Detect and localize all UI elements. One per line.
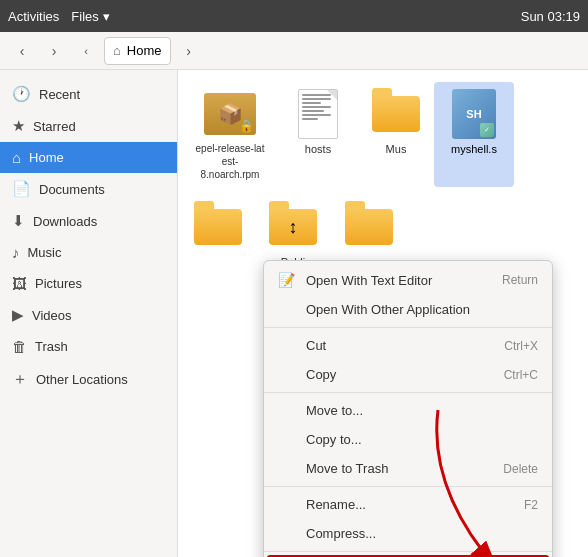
file-icon-partial-r2 (343, 201, 395, 253)
sidebar-label-recent: Recent (39, 87, 80, 102)
sidebar-label-trash: Trash (35, 339, 68, 354)
trash-icon: 🗑 (12, 338, 27, 355)
file-icon-myshell: SH ✓ (448, 88, 500, 140)
file-label-hosts: hosts (305, 142, 331, 156)
home-icon: ⌂ (113, 43, 121, 58)
breadcrumb[interactable]: ⌂ Home (104, 37, 171, 65)
ctx-move-to-trash-shortcut: Delete (503, 462, 538, 476)
ctx-open-other-label: Open With Other Application (306, 302, 530, 317)
file-area: 📦 🔒 epel-release-latest-8.noarch.rpm (178, 70, 588, 557)
sidebar-label-starred: Starred (33, 119, 76, 134)
sidebar-item-pictures[interactable]: 🖼 Pictures (0, 268, 177, 299)
sidebar-label-downloads: Downloads (33, 214, 97, 229)
file-label-epel: epel-release-latest-8.noarch.rpm (194, 142, 266, 181)
sidebar-item-downloads[interactable]: ⬇ Downloads (0, 205, 177, 237)
files-arrow: ▾ (103, 9, 110, 24)
file-label-myshell: myshell.s (451, 142, 497, 156)
sidebar-item-trash[interactable]: 🗑 Trash (0, 331, 177, 362)
sidebar: 🕐 Recent ★ Starred ⌂ Home 📄 Documents ⬇ … (0, 70, 178, 557)
home-sidebar-icon: ⌂ (12, 149, 21, 166)
ctx-cut-label: Cut (306, 338, 496, 353)
context-menu: 📝 Open With Text Editor Return Open With… (263, 260, 553, 557)
main-area: 🕐 Recent ★ Starred ⌂ Home 📄 Documents ⬇ … (0, 70, 588, 557)
ctx-move-to-trash[interactable]: Move to Trash Delete (264, 454, 552, 483)
ctx-move-to-label: Move to... (306, 403, 538, 418)
ctx-copy-to-label: Copy to... (306, 432, 538, 447)
sidebar-label-pictures: Pictures (35, 276, 82, 291)
videos-icon: ▶ (12, 306, 24, 324)
sidebar-label-music: Music (28, 245, 62, 260)
other-locations-icon: ＋ (12, 369, 28, 390)
starred-icon: ★ (12, 117, 25, 135)
file-item-hosts[interactable]: hosts (278, 82, 358, 187)
sidebar-label-other-locations: Other Locations (36, 372, 128, 387)
ctx-open-text-editor[interactable]: 📝 Open With Text Editor Return (264, 265, 552, 295)
next-breadcrumb-button[interactable]: › (175, 37, 203, 65)
sidebar-item-home[interactable]: ⌂ Home (0, 142, 177, 173)
file-icon-mus (370, 88, 422, 140)
ctx-divider-4 (264, 551, 552, 552)
downloads-icon: ⬇ (12, 212, 25, 230)
sidebar-item-videos[interactable]: ▶ Videos (0, 299, 177, 331)
file-icon-partial-r1 (192, 201, 244, 253)
ctx-copy-to[interactable]: Copy to... (264, 425, 552, 454)
forward-button[interactable]: › (40, 37, 68, 65)
music-icon: ♪ (12, 244, 20, 261)
sidebar-item-recent[interactable]: 🕐 Recent (0, 78, 177, 110)
ctx-compress-label: Compress... (306, 526, 538, 541)
activities-button[interactable]: Activities (8, 9, 59, 24)
ctx-copy-label: Copy (306, 367, 496, 382)
sidebar-label-documents: Documents (39, 182, 105, 197)
sidebar-label-home: Home (29, 150, 64, 165)
ctx-copy-shortcut: Ctrl+C (504, 368, 538, 382)
pictures-icon: 🖼 (12, 275, 27, 292)
ctx-compress[interactable]: Compress... (264, 519, 552, 548)
ctx-text-editor-icon: 📝 (278, 272, 298, 288)
file-item-mus[interactable]: Mus (366, 82, 426, 187)
ctx-copy[interactable]: Copy Ctrl+C (264, 360, 552, 389)
toolbar: ‹ › ‹ ⌂ Home › (0, 32, 588, 70)
sidebar-item-other-locations[interactable]: ＋ Other Locations (0, 362, 177, 397)
file-item-myshell[interactable]: SH ✓ myshell.s (434, 82, 514, 187)
file-icon-epel: 📦 🔒 (204, 88, 256, 140)
file-grid: 📦 🔒 epel-release-latest-8.noarch.rpm (190, 82, 576, 275)
files-label: Files (71, 9, 98, 24)
documents-icon: 📄 (12, 180, 31, 198)
ctx-open-other[interactable]: Open With Other Application (264, 295, 552, 324)
prev-button[interactable]: ‹ (72, 37, 100, 65)
clock: Sun 03:19 (521, 9, 580, 24)
file-label-mus: Mus (386, 142, 407, 156)
ctx-divider-2 (264, 392, 552, 393)
ctx-rename[interactable]: Rename... F2 (264, 490, 552, 519)
ctx-open-text-editor-label: Open With Text Editor (306, 273, 494, 288)
ctx-move-to[interactable]: Move to... (264, 396, 552, 425)
ctx-rename-label: Rename... (306, 497, 516, 512)
ctx-open-text-editor-shortcut: Return (502, 273, 538, 287)
sidebar-item-starred[interactable]: ★ Starred (0, 110, 177, 142)
recent-icon: 🕐 (12, 85, 31, 103)
ctx-move-to-trash-label: Move to Trash (306, 461, 495, 476)
ctx-rename-shortcut: F2 (524, 498, 538, 512)
sidebar-label-videos: Videos (32, 308, 72, 323)
file-item-partial-r1[interactable] (190, 195, 245, 275)
sidebar-item-music[interactable]: ♪ Music (0, 237, 177, 268)
file-item-epel[interactable]: 📦 🔒 epel-release-latest-8.noarch.rpm (190, 82, 270, 187)
ctx-divider-3 (264, 486, 552, 487)
file-icon-hosts (292, 88, 344, 140)
ctx-cut-shortcut: Ctrl+X (504, 339, 538, 353)
breadcrumb-home-label: Home (127, 43, 162, 58)
topbar: Activities Files ▾ Sun 03:19 (0, 0, 588, 32)
back-button[interactable]: ‹ (8, 37, 36, 65)
files-menu[interactable]: Files ▾ (71, 9, 109, 24)
file-icon-public: ↕ (267, 201, 319, 253)
ctx-divider-1 (264, 327, 552, 328)
ctx-cut[interactable]: Cut Ctrl+X (264, 331, 552, 360)
sidebar-item-documents[interactable]: 📄 Documents (0, 173, 177, 205)
